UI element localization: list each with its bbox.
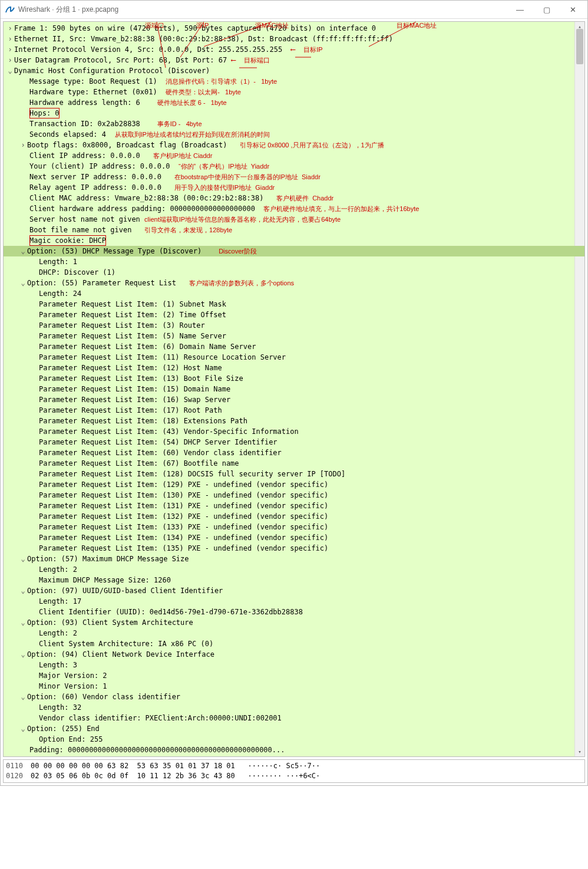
- row-chaddr-pad[interactable]: Client hardware address padding: 0000000…: [4, 203, 584, 214]
- row-ip[interactable]: ›Internet Protocol Version 4, Src: 0.0.0…: [4, 44, 584, 55]
- row-prl-item[interactable]: Parameter Request List Item: (43) Vendor…: [4, 426, 584, 437]
- row-prl-item[interactable]: Parameter Request List Item: (11) Resour…: [4, 352, 584, 363]
- row-prl-item[interactable]: Parameter Request List Item: (16) Swap S…: [4, 394, 584, 405]
- row-opt94-len[interactable]: Length: 3: [4, 660, 584, 670]
- row-prl-item[interactable]: Parameter Request List Item: (13) Boot F…: [4, 373, 584, 384]
- row-xid[interactable]: Transaction ID: 0x2ab28838 事务ID - 4byte: [4, 119, 584, 129]
- wireshark-icon: [5, 5, 15, 14]
- row-ciaddr[interactable]: Client IP address: 0.0.0.0 客户机IP地址 Ciadd…: [4, 150, 584, 161]
- hex-row[interactable]: 011000 00 00 00 00 00 63 82 53 63 35 01 …: [6, 761, 584, 771]
- row-opt97-len[interactable]: Length: 17: [4, 596, 584, 607]
- row-prl-item[interactable]: Parameter Request List Item: (54) DHCP S…: [4, 437, 584, 447]
- row-prl-item[interactable]: Parameter Request List Item: (17) Root P…: [4, 405, 584, 416]
- row-opt94-maj[interactable]: Major Version: 2: [4, 670, 584, 681]
- row-yiaddr[interactable]: Your (client) IP address: 0.0.0.0 “你的”（客…: [4, 161, 584, 172]
- hex-dump-panel[interactable]: 011000 00 00 00 00 00 63 82 53 63 35 01 …: [3, 759, 585, 783]
- protocol-tree[interactable]: ›Frame 1: 590 bytes on wire (4720 bits),…: [4, 22, 584, 756]
- row-boot-file[interactable]: Boot file name not given 引导文件名，未发现，128by…: [4, 225, 584, 235]
- row-opt94[interactable]: ⌄Option: (94) Client Network Device Inte…: [4, 649, 584, 660]
- hex-row[interactable]: 012002 03 05 06 0b 0c 0d 0f 10 11 12 2b …: [6, 771, 584, 781]
- collapse-icon[interactable]: ⌄: [6, 65, 14, 76]
- row-prl-item[interactable]: Parameter Request List Item: (133) PXE -…: [4, 522, 584, 532]
- row-prl-item[interactable]: Parameter Request List Item: (128) DOCSI…: [4, 469, 584, 479]
- row-opt60[interactable]: ⌄Option: (60) Vendor class identifier: [4, 692, 584, 702]
- row-opt60-val[interactable]: Vendor class identifier: PXEClient:Arch:…: [4, 713, 584, 723]
- row-opt255-val[interactable]: Option End: 255: [4, 734, 584, 745]
- row-opt97[interactable]: ⌄Option: (97) UUID/GUID-based Client Ide…: [4, 585, 584, 596]
- collapse-icon[interactable]: ⌄: [19, 617, 27, 628]
- titlebar[interactable]: Wireshark · 分组 1 · pxe.pcapng — ▢ ✕: [1, 1, 587, 19]
- row-ethernet[interactable]: ›Ethernet II, Src: Vmware_b2:88:38 (00:0…: [4, 34, 584, 44]
- expand-icon[interactable]: ›: [6, 34, 14, 44]
- row-opt97-val[interactable]: Client Identifier (UUID): 0ed14d56-79e1-…: [4, 607, 584, 617]
- row-prl-item[interactable]: Parameter Request List Item: (15) Domain…: [4, 384, 584, 394]
- row-opt93-val[interactable]: Client System Architecture: IA x86 PC (0…: [4, 638, 584, 649]
- row-hw-len[interactable]: Hardware address length: 6 硬件地址长度 6 - 1b…: [4, 97, 584, 108]
- row-hops[interactable]: Hops: 0: [4, 108, 584, 119]
- row-siaddr[interactable]: Next server IP address: 0.0.0.0 在bootstr…: [4, 172, 584, 182]
- row-giaddr[interactable]: Relay agent IP address: 0.0.0.0 用于导入的接替代…: [4, 182, 584, 193]
- collapse-icon[interactable]: ⌄: [19, 723, 27, 734]
- collapse-icon[interactable]: ⌄: [19, 585, 27, 596]
- label-dst-mac: 目标MAC地址: [397, 20, 437, 31]
- row-prl-item[interactable]: Parameter Request List Item: (5) Name Se…: [4, 331, 584, 341]
- row-opt57-val[interactable]: Maximum DHCP Message Size: 1260: [4, 575, 584, 585]
- expand-icon[interactable]: ›: [6, 44, 14, 55]
- row-opt60-len[interactable]: Length: 32: [4, 702, 584, 713]
- collapse-icon[interactable]: ⌄: [19, 278, 27, 288]
- row-prl-item[interactable]: Parameter Request List Item: (6) Domain …: [4, 341, 584, 352]
- content-area: 源端口 源IP 源MAC地址 目标MAC地址 ▴ ▾ ›Frame 1: 590…: [1, 21, 587, 783]
- window-title: Wireshark · 分组 1 · pxe.pcapng: [5, 5, 118, 15]
- packet-details-panel[interactable]: ▴ ▾ ›Frame 1: 590 bytes on wire (4720 bi…: [3, 21, 585, 757]
- collapse-icon[interactable]: ⌄: [19, 246, 27, 256]
- row-prl-item[interactable]: Parameter Request List Item: (67) Bootfi…: [4, 458, 584, 469]
- row-prl-item[interactable]: Parameter Request List Item: (3) Router: [4, 320, 584, 331]
- expand-icon[interactable]: ›: [6, 23, 14, 34]
- row-opt93-len[interactable]: Length: 2: [4, 628, 584, 638]
- label-src-port: 源端口: [145, 20, 164, 31]
- row-prl-item[interactable]: Parameter Request List Item: (60) Vendor…: [4, 447, 584, 458]
- maximize-button[interactable]: ▢: [533, 1, 560, 18]
- collapse-icon[interactable]: ⌄: [19, 692, 27, 702]
- row-secs[interactable]: Seconds elapsed: 4 从获取到IP地址或者续约过程开始到现在所消…: [4, 129, 584, 140]
- close-button[interactable]: ✕: [560, 1, 586, 18]
- row-opt53[interactable]: ⌄Option: (53) DHCP Message Type (Discove…: [4, 246, 584, 256]
- row-prl-item[interactable]: Parameter Request List Item: (130) PXE -…: [4, 490, 584, 501]
- wireshark-packet-window: Wireshark · 分组 1 · pxe.pcapng — ▢ ✕ 源端口 …: [0, 0, 588, 786]
- label-src-ip: 源IP: [196, 20, 209, 31]
- row-opt53-len[interactable]: Length: 1: [4, 256, 584, 267]
- row-flags[interactable]: ›Bootp flags: 0x8000, Broadcast flag (Br…: [4, 140, 584, 150]
- row-dhcp[interactable]: ⌄Dynamic Host Configuration Protocol (Di…: [4, 65, 584, 76]
- row-prl-item[interactable]: Parameter Request List Item: (18) Extens…: [4, 416, 584, 426]
- row-prl-item[interactable]: Parameter Request List Item: (129) PXE -…: [4, 479, 584, 490]
- window-buttons: — ▢ ✕: [507, 1, 586, 18]
- row-msg-type[interactable]: Message type: Boot Request (1) 消息操作代码：引导…: [4, 76, 584, 87]
- row-sname[interactable]: Server host name not given client端获取IP地址…: [4, 214, 584, 225]
- row-prl-item[interactable]: Parameter Request List Item: (131) PXE -…: [4, 501, 584, 511]
- row-udp[interactable]: ›User Datagram Protocol, Src Port: 68, D…: [4, 55, 584, 65]
- row-padding[interactable]: Padding: 0000000000000000000000000000000…: [4, 745, 584, 755]
- row-hw-type[interactable]: Hardware type: Ethernet (0x01) 硬件类型：以太网-…: [4, 87, 584, 97]
- collapse-icon[interactable]: ⌄: [19, 649, 27, 660]
- row-prl-item[interactable]: Parameter Request List Item: (134) PXE -…: [4, 532, 584, 543]
- row-prl-item[interactable]: Parameter Request List Item: (2) Time Of…: [4, 310, 584, 320]
- row-prl-item[interactable]: Parameter Request List Item: (132) PXE -…: [4, 511, 584, 522]
- row-opt55-len[interactable]: Length: 24: [4, 288, 584, 299]
- row-opt55[interactable]: ⌄Option: (55) Parameter Request List 客户端…: [4, 278, 584, 288]
- row-chaddr[interactable]: Client MAC address: Vmware_b2:88:38 (00:…: [4, 193, 584, 203]
- row-opt94-min[interactable]: Minor Version: 1: [4, 681, 584, 692]
- row-prl-item[interactable]: Parameter Request List Item: (135) PXE -…: [4, 543, 584, 554]
- row-frame[interactable]: ›Frame 1: 590 bytes on wire (4720 bits),…: [4, 23, 584, 34]
- row-prl-item[interactable]: Parameter Request List Item: (1) Subnet …: [4, 299, 584, 310]
- row-opt53-val[interactable]: DHCP: Discover (1): [4, 267, 584, 278]
- minimize-button[interactable]: —: [507, 1, 533, 18]
- row-opt57-len[interactable]: Length: 2: [4, 564, 584, 575]
- row-opt93[interactable]: ⌄Option: (93) Client System Architecture: [4, 617, 584, 628]
- row-magic-cookie[interactable]: Magic cookie: DHCP: [4, 235, 584, 246]
- expand-icon[interactable]: ›: [6, 55, 14, 65]
- collapse-icon[interactable]: ⌄: [19, 554, 27, 564]
- row-opt255[interactable]: ⌄Option: (255) End: [4, 723, 584, 734]
- row-opt57[interactable]: ⌄Option: (57) Maximum DHCP Message Size: [4, 554, 584, 564]
- expand-icon[interactable]: ›: [19, 140, 27, 150]
- row-prl-item[interactable]: Parameter Request List Item: (12) Host N…: [4, 363, 584, 373]
